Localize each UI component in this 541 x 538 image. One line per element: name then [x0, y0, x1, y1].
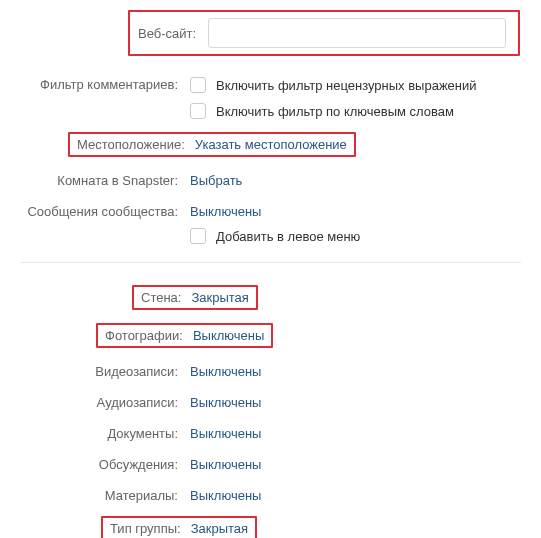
- audios-link[interactable]: Выключены: [190, 395, 261, 410]
- checkbox-icon[interactable]: [190, 228, 206, 244]
- group-type-label: Тип группы:: [110, 521, 181, 536]
- filter-profanity-label: Включить фильтр нецензурных выражений: [216, 78, 477, 93]
- docs-row: Документы: Выключены: [20, 423, 521, 441]
- docs-label: Документы:: [20, 423, 190, 441]
- photos-link[interactable]: Выключены: [193, 328, 264, 343]
- photos-highlight: Фотографии: Выключены: [96, 323, 273, 348]
- materials-link[interactable]: Выключены: [190, 488, 261, 503]
- website-input[interactable]: [208, 18, 506, 48]
- materials-label: Материалы:: [20, 485, 190, 503]
- photos-label: Фотографии:: [105, 328, 183, 343]
- messages-link[interactable]: Выключены: [190, 204, 261, 219]
- add-left-menu-label: Добавить в левое меню: [216, 229, 360, 244]
- topics-row: Обсуждения: Выключены: [20, 454, 521, 472]
- website-label: Веб-сайт:: [130, 26, 208, 41]
- comment-filter-label: Фильтр комментариев:: [20, 74, 190, 92]
- messages-label: Сообщения сообщества:: [20, 201, 190, 219]
- group-type-highlight: Тип группы: Закрытая: [101, 516, 257, 538]
- materials-row: Материалы: Выключены: [20, 485, 521, 503]
- snapster-label: Комната в Snapster:: [20, 170, 190, 188]
- location-label: Местоположение:: [77, 137, 185, 152]
- topics-label: Обсуждения:: [20, 454, 190, 472]
- checkbox-icon[interactable]: [190, 103, 206, 119]
- filter-profanity-option[interactable]: Включить фильтр нецензурных выражений: [190, 77, 521, 93]
- audios-label: Аудиозаписи:: [20, 392, 190, 410]
- wall-link[interactable]: Закрытая: [191, 290, 248, 305]
- comment-filter-row: Фильтр комментариев: Включить фильтр нец…: [20, 74, 521, 119]
- wall-label: Стена:: [141, 290, 181, 305]
- location-link[interactable]: Указать местоположение: [195, 137, 347, 152]
- topics-link[interactable]: Выключены: [190, 457, 261, 472]
- docs-link[interactable]: Выключены: [190, 426, 261, 441]
- website-row: Веб-сайт:: [128, 10, 520, 56]
- filter-keywords-label: Включить фильтр по ключевым словам: [216, 104, 454, 119]
- location-row: Местоположение: Указать местоположение: [20, 132, 521, 157]
- wall-row: Стена: Закрытая: [20, 285, 521, 310]
- wall-highlight: Стена: Закрытая: [132, 285, 258, 310]
- snapster-row: Комната в Snapster: Выбрать: [20, 170, 521, 188]
- videos-row: Видеозаписи: Выключены: [20, 361, 521, 379]
- add-left-menu-row: Добавить в левое меню: [20, 225, 521, 244]
- videos-link[interactable]: Выключены: [190, 364, 261, 379]
- group-type-row: Тип группы: Закрытая: [20, 516, 521, 538]
- snapster-link[interactable]: Выбрать: [190, 173, 242, 188]
- audios-row: Аудиозаписи: Выключены: [20, 392, 521, 410]
- photos-row: Фотографии: Выключены: [20, 323, 521, 348]
- location-highlight: Местоположение: Указать местоположение: [68, 132, 356, 157]
- filter-keywords-option[interactable]: Включить фильтр по ключевым словам: [190, 103, 521, 119]
- videos-label: Видеозаписи:: [20, 361, 190, 379]
- group-type-link[interactable]: Закрытая: [191, 521, 248, 536]
- add-left-menu-option[interactable]: Добавить в левое меню: [190, 228, 521, 244]
- messages-row: Сообщения сообщества: Выключены: [20, 201, 521, 219]
- divider: [20, 262, 521, 263]
- checkbox-icon[interactable]: [190, 77, 206, 93]
